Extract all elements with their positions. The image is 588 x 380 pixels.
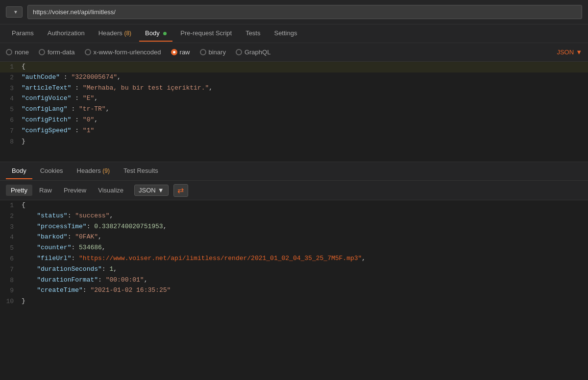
chevron-down-icon: ▼ (13, 9, 18, 15)
body-type-label-raw: raw (180, 48, 190, 56)
radio-circle-x-www-form-urlencoded (85, 49, 91, 55)
body-type-label-form-data: form-data (48, 48, 75, 56)
body-type-binary[interactable]: binary (200, 48, 226, 56)
response-format-row: PrettyRawPreviewVisualizeJSON▼⇄ (0, 181, 588, 200)
request-line-5: 5"configLang" : "tr-TR", (0, 104, 588, 115)
line-number: 2 (0, 72, 20, 83)
tab-authorization[interactable]: Authorization (42, 25, 91, 42)
url-input[interactable] (27, 5, 582, 19)
response-line-6: 6 "fileUrl": "https://www.voiser.net/api… (0, 254, 588, 264)
radio-circle-raw (171, 49, 177, 55)
body-type-label-binary: binary (209, 48, 226, 56)
request-body-editor: 1{2"authCode" : "3220005674",3"articleTe… (0, 62, 588, 162)
response-line-7: 7 "durationSeconds": 1, (0, 264, 588, 275)
json-label: JSON (557, 48, 574, 56)
line-content: "createTime": "2021-01-02 16:35:25" (20, 285, 588, 296)
line-content: } (20, 296, 588, 307)
response-line-8: 8 "durationFormat": "00:00:01", (0, 275, 588, 286)
line-content: "configPitch" : "0", (20, 115, 588, 125)
response-line-10: 10} (0, 296, 588, 307)
wrap-button[interactable]: ⇄ (173, 184, 188, 197)
line-content: "counter": 534686, (20, 243, 588, 253)
line-number: 6 (0, 115, 20, 126)
body-type-label-none: none (15, 48, 29, 56)
body-type-graphql[interactable]: GraphQL (236, 48, 270, 56)
format-btn-visualize[interactable]: Visualize (93, 185, 128, 196)
line-content: "configSpeed" : "1" (20, 126, 588, 136)
response-line-2: 2 "status": "success", (0, 211, 588, 222)
response-line-9: 9 "createTime": "2021-01-02 16:35:25" (0, 285, 588, 296)
line-content: "status": "success", (20, 211, 588, 221)
dropdown-arrow-icon: ▼ (576, 48, 582, 56)
request-line-4: 4"configVoice" : "E", (0, 94, 588, 104)
line-number: 1 (0, 200, 20, 211)
line-number: 3 (0, 83, 20, 94)
line-number: 10 (0, 296, 20, 307)
line-number: 4 (0, 94, 20, 104)
format-btn-preview[interactable]: Preview (59, 185, 91, 196)
line-number: 9 (0, 285, 20, 296)
radio-circle-form-data (39, 49, 45, 55)
response-line-1: 1{ (0, 200, 588, 211)
line-number: 4 (0, 232, 20, 243)
response-tab-body[interactable]: Body (6, 163, 32, 179)
tab-pre-request[interactable]: Pre-request Script (174, 25, 238, 42)
line-content: "articleText" : "Merhaba, bu bir test iç… (20, 83, 588, 94)
line-content: "configLang" : "tr-TR", (20, 104, 588, 115)
line-number: 7 (0, 126, 20, 137)
body-type-none[interactable]: none (6, 48, 29, 56)
body-type-label-x-www-form-urlencoded: x-www-form-urlencoded (94, 48, 161, 56)
response-tabs: BodyCookiesHeaders (9)Test Results (0, 162, 588, 181)
line-content: "durationFormat": "00:00:01", (20, 275, 588, 285)
tab-tests[interactable]: Tests (240, 25, 266, 42)
line-number: 8 (0, 137, 20, 147)
radio-circle-binary (200, 49, 206, 55)
tab-body[interactable]: Body (139, 25, 172, 42)
line-number: 7 (0, 264, 20, 275)
response-line-3: 3 "processTime": 0.3382740020751953, (0, 222, 588, 233)
json-type-dropdown[interactable]: JSON▼ (557, 48, 582, 56)
response-line-5: 5 "counter": 534686, (0, 243, 588, 254)
radio-circle-none (6, 49, 12, 55)
line-number: 8 (0, 275, 20, 286)
response-json-dropdown[interactable]: JSON▼ (134, 185, 169, 196)
line-number: 6 (0, 254, 20, 264)
tab-settings[interactable]: Settings (268, 25, 303, 42)
request-line-8: 8} (0, 137, 588, 147)
request-line-7: 7"configSpeed" : "1" (0, 126, 588, 137)
line-content: "authCode" : "3220005674", (20, 72, 588, 83)
line-content: "configVoice" : "E", (20, 94, 588, 104)
line-content: { (20, 62, 588, 72)
tab-headers[interactable]: Headers (8) (93, 25, 137, 42)
body-type-form-data[interactable]: form-data (39, 48, 75, 56)
response-tab-headers[interactable]: Headers (9) (71, 163, 116, 179)
tab-params[interactable]: Params (6, 25, 40, 42)
line-content: "barkod": "0FAK", (20, 232, 588, 242)
line-number: 1 (0, 62, 20, 72)
body-type-x-www-form-urlencoded[interactable]: x-www-form-urlencoded (85, 48, 161, 56)
format-btn-raw[interactable]: Raw (34, 185, 57, 196)
response-tab-cookies[interactable]: Cookies (34, 163, 69, 179)
body-type-raw[interactable]: raw (171, 48, 190, 56)
line-content: { (20, 200, 588, 211)
method-select[interactable]: ▼ (6, 6, 23, 18)
url-bar: ▼ (0, 0, 588, 24)
line-content: "durationSeconds": 1, (20, 264, 588, 275)
body-type-label-graphql: GraphQL (245, 48, 270, 56)
request-tabs: ParamsAuthorizationHeaders (8)Body Pre-r… (0, 24, 588, 43)
response-body-editor: 1{2 "status": "success",3 "processTime":… (0, 200, 588, 380)
request-line-1: 1{ (0, 62, 588, 72)
response-json-label: JSON (139, 187, 156, 194)
dropdown-arrow-icon: ▼ (158, 187, 164, 194)
line-number: 2 (0, 211, 20, 222)
line-number: 5 (0, 104, 20, 115)
line-content: "processTime": 0.3382740020751953, (20, 222, 588, 232)
line-content: } (20, 137, 588, 147)
response-tab-test-results[interactable]: Test Results (118, 163, 164, 179)
response-line-4: 4 "barkod": "0FAK", (0, 232, 588, 243)
request-line-2: 2"authCode" : "3220005674", (0, 72, 588, 83)
body-type-row: noneform-datax-www-form-urlencodedrawbin… (0, 43, 588, 62)
line-number: 5 (0, 243, 20, 254)
radio-circle-graphql (236, 49, 242, 55)
format-btn-pretty[interactable]: Pretty (6, 185, 32, 196)
